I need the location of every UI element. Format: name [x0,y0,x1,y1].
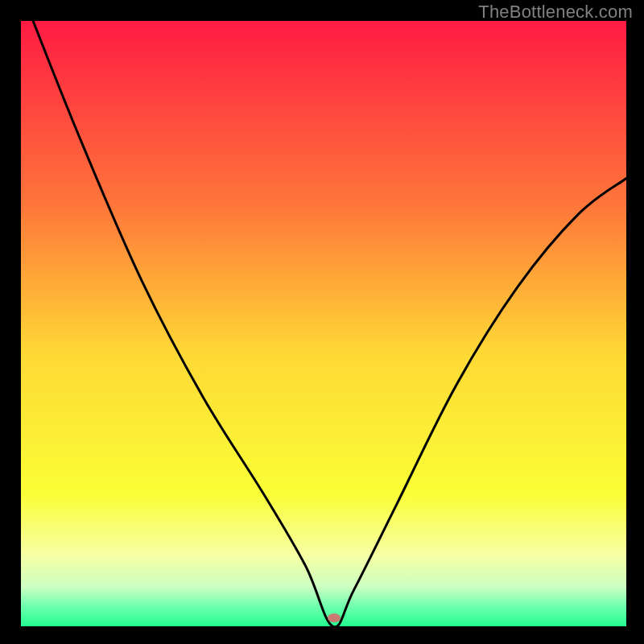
chart-frame: TheBottleneck.com [0,0,644,644]
watermark-text: TheBottleneck.com [478,2,633,23]
min-point-marker [328,613,341,622]
plot-area [21,21,626,626]
chart-svg [21,21,626,626]
gradient-background [21,21,626,626]
